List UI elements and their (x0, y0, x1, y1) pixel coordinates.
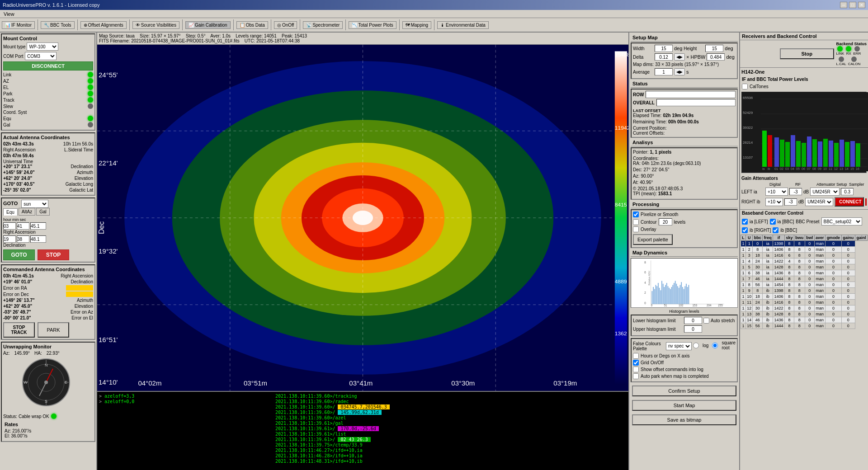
bbc-preset-select[interactable]: BBC_setup02 (821, 217, 862, 226)
table-row[interactable]: 11446ib1436880man00 (741, 317, 868, 323)
table-row[interactable]: 11230ib1422880man00 (741, 306, 868, 311)
cmd-error-ra-row: Error on RA (3, 285, 93, 291)
auto-park-checkbox[interactable] (633, 373, 639, 379)
toolbar-source-visibilities[interactable]: 👁 Source Visibilities (132, 21, 179, 29)
pixelize-checkbox[interactable] (633, 212, 639, 217)
console-line-1: > azeloff=3,3 (99, 394, 271, 399)
right-rf-input[interactable] (784, 198, 797, 206)
ia-bbc-checkbox[interactable] (770, 219, 776, 225)
toolbar-obs-data[interactable]: 📋 Obs Data (236, 21, 268, 29)
table-row[interactable]: 128ia1406880man00 (741, 247, 868, 253)
svg-rect-107 (762, 131, 767, 167)
goto-target-select[interactable]: sun (21, 200, 48, 208)
overlay-checkbox[interactable] (633, 226, 639, 232)
connect-button[interactable]: CONNECT (835, 197, 864, 207)
park-button[interactable]: PARK (38, 322, 69, 338)
stop-track-button[interactable]: STOPTRACK (3, 322, 35, 338)
left-sampler-input[interactable] (841, 188, 854, 195)
toolbar-onoff[interactable]: ◎ OnOff (274, 21, 297, 29)
toolbar-total-power[interactable]: 📉 Total Power Plots (349, 21, 396, 29)
svg-text:07: 07 (807, 167, 811, 170)
minimize-button[interactable]: ─ (840, 2, 847, 8)
table-row[interactable]: 11556ib1444880man00 (741, 323, 868, 329)
ra-hour-input[interactable] (3, 222, 16, 230)
log-radio[interactable] (693, 343, 699, 348)
table-row[interactable]: 1746ia1444880man00 (741, 276, 868, 282)
auto-stretch-checkbox[interactable] (703, 318, 709, 324)
table-row[interactable]: 11338ib1428880man00 (741, 311, 868, 317)
menu-view[interactable]: View (2, 11, 16, 17)
contour-levels-input[interactable] (659, 218, 672, 226)
goto-button[interactable]: GOTO (3, 249, 35, 260)
width-input[interactable] (655, 45, 673, 52)
toolbar-environmental[interactable]: 🌡 Environmental Data (437, 21, 489, 29)
table-row[interactable]: 1318ia1416680man00 (741, 253, 868, 258)
table-row[interactable]: 1856ia1454880man00 (741, 282, 868, 288)
table-row[interactable]: 1530ia1428880man00 (741, 264, 868, 270)
maximize-button[interactable]: □ (849, 2, 856, 8)
upper-limit-input[interactable] (684, 325, 702, 333)
ra-sec-input[interactable] (30, 222, 46, 230)
dec-deg-input[interactable] (3, 235, 16, 243)
dec-sec-input[interactable] (30, 235, 46, 243)
toolbar-mapping[interactable]: 🗺 Mapping (402, 21, 431, 29)
table-row[interactable]: 110ia1398880man00 (741, 241, 868, 247)
height-input[interactable] (705, 45, 723, 52)
right-digital-select[interactable]: +10 (765, 198, 783, 206)
gal-led (88, 122, 93, 127)
com-port-select[interactable]: COM3 (25, 52, 57, 60)
table-row[interactable]: 198ib1398880man00 (741, 288, 868, 294)
export-palette-button[interactable]: Export palette (633, 234, 673, 245)
svg-rect-133 (834, 143, 839, 167)
right-attenuator-select[interactable]: UM245R (805, 198, 833, 206)
contour-checkbox[interactable] (633, 219, 639, 225)
table-row[interactable]: 1424ia1422480man00 (741, 258, 868, 264)
stop-recv-button[interactable]: Stop (780, 48, 834, 59)
dec-min-input[interactable] (17, 235, 29, 243)
toolbar-if-monitor[interactable]: 📊 IF Monitor (2, 21, 35, 29)
sep9 (399, 19, 400, 30)
left-digital-select[interactable]: +10 (765, 188, 788, 196)
stop-button[interactable]: STOP (38, 249, 69, 260)
toolbar-gain-calibration[interactable]: 📈 Gain Calibration (185, 21, 231, 29)
ib-right-checkbox[interactable] (742, 227, 748, 233)
table-row[interactable]: 11124ib1416880man00 (741, 300, 868, 306)
offset-cmd-checkbox[interactable] (633, 367, 639, 372)
calon-leds: L.CAL CALON (836, 56, 867, 66)
cal-tones-checkbox[interactable] (742, 84, 748, 89)
toolbar-offset-alignments[interactable]: ⊕ Offset Alignments (80, 21, 127, 29)
ra-min-input[interactable] (17, 222, 29, 230)
sqrt-radio[interactable] (712, 343, 718, 348)
goto-tab-gal[interactable]: Gal (36, 208, 50, 216)
palette-select[interactable]: nv spec (666, 342, 692, 350)
toolbar-spectrometer[interactable]: 📡 Spectrometer (303, 21, 343, 29)
col-bwu: bwu (794, 235, 805, 241)
svg-rect-70 (660, 290, 661, 304)
table-row[interactable]: 1638ia1436880man00 (741, 270, 868, 276)
lower-limit-input[interactable] (684, 317, 702, 324)
link-indicator-row: Link (3, 72, 93, 77)
average-input[interactable] (655, 68, 673, 75)
delta-arrow[interactable]: ◀▶ (674, 53, 685, 61)
left-rf-input[interactable] (789, 188, 802, 195)
level-bars-svg: 65536 52429 39322 26214 13107 ia ib (742, 92, 868, 171)
delta-input[interactable] (655, 53, 673, 61)
ia-left-checkbox[interactable] (742, 219, 748, 225)
toolbar-bbc-tools[interactable]: 🔧 BBC Tools (41, 21, 75, 29)
start-map-button[interactable]: Start Map (632, 400, 736, 411)
table-row[interactable]: 11018ib1406880man00 (741, 294, 868, 300)
goto-tab-equ[interactable]: Equ (3, 208, 18, 216)
save-bitmap-button[interactable]: Save as bitmap (632, 414, 736, 425)
close-button[interactable]: ✕ (858, 2, 865, 8)
average-arrow[interactable]: ◀▶ (674, 68, 685, 75)
left-attenuator-select[interactable]: UM245R (810, 188, 840, 196)
goto-tab-altaz[interactable]: AltAz (19, 208, 35, 216)
ib-bbc-checkbox[interactable] (773, 227, 778, 233)
hours-degs-checkbox[interactable] (633, 353, 639, 359)
hpbw-input[interactable] (707, 53, 725, 61)
confirm-setup-button[interactable]: Confirm Setup (632, 385, 736, 396)
mount-type-select[interactable]: WP-100 (27, 42, 58, 51)
grid-checkbox[interactable] (633, 360, 639, 366)
sep4 (182, 19, 183, 30)
disconnect-button[interactable]: DISCONNECT (3, 61, 93, 70)
